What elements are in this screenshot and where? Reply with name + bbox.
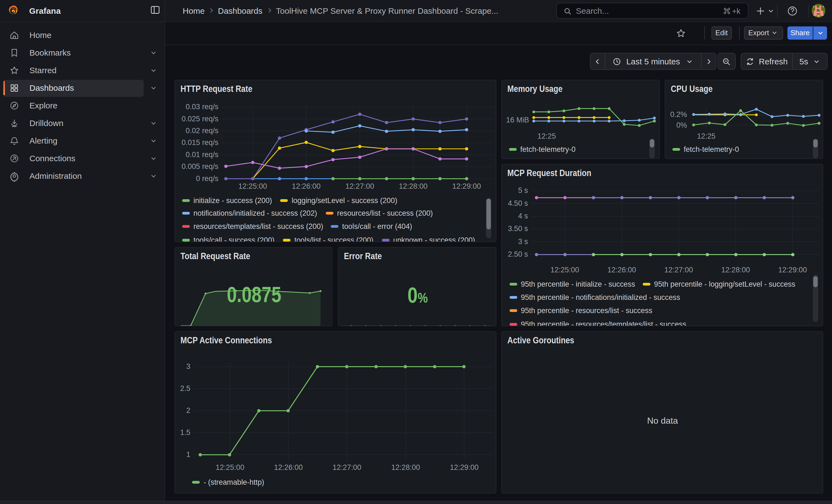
svg-text:0.2%: 0.2% [670, 110, 687, 118]
svg-text:12:26:00: 12:26:00 [607, 265, 636, 274]
svg-text:5 s: 5 s [518, 186, 528, 194]
svg-text:12:25:00: 12:25:00 [215, 463, 244, 471]
svg-text:12:28:00: 12:28:00 [399, 182, 427, 190]
svg-text:12:29:00: 12:29:00 [452, 182, 480, 190]
svg-text:0.005 req/s: 0.005 req/s [181, 162, 218, 170]
svg-text:12:27:00: 12:27:00 [332, 463, 361, 471]
svg-text:12:27:00: 12:27:00 [345, 182, 374, 190]
svg-text:3 s: 3 s [518, 237, 528, 245]
svg-text:1: 1 [186, 450, 190, 458]
svg-text:12:25:00: 12:25:00 [238, 182, 267, 190]
svg-text:12:25:00: 12:25:00 [550, 265, 579, 274]
svg-text:0.03 req/s: 0.03 req/s [185, 103, 218, 111]
svg-text:12:28:00: 12:28:00 [391, 463, 420, 471]
svg-text:2.5: 2.5 [180, 384, 190, 392]
svg-text:0.025 req/s: 0.025 req/s [181, 115, 218, 123]
svg-text:12:25: 12:25 [537, 132, 555, 140]
svg-text:12:26:00: 12:26:00 [274, 463, 302, 471]
svg-text:3.50 s: 3.50 s [508, 224, 528, 233]
svg-text:12:28:00: 12:28:00 [721, 265, 750, 274]
svg-text:0.01 req/s: 0.01 req/s [185, 151, 218, 159]
svg-text:3: 3 [186, 362, 190, 370]
svg-text:16 MiB: 16 MiB [506, 116, 529, 124]
svg-text:0 req/s: 0 req/s [196, 175, 218, 183]
svg-text:4.50 s: 4.50 s [508, 199, 528, 207]
svg-text:2.50 s: 2.50 s [508, 250, 528, 258]
svg-text:0.02 req/s: 0.02 req/s [185, 127, 218, 135]
svg-text:12:27:00: 12:27:00 [664, 265, 693, 274]
svg-text:12:25: 12:25 [697, 132, 715, 140]
svg-text:2: 2 [186, 406, 190, 414]
svg-text:0.015 req/s: 0.015 req/s [181, 138, 218, 147]
svg-text:12:29:00: 12:29:00 [778, 265, 807, 274]
svg-text:0%: 0% [676, 121, 687, 129]
svg-text:1.5: 1.5 [180, 428, 190, 436]
svg-text:12:29:00: 12:29:00 [449, 463, 478, 471]
svg-text:4 s: 4 s [518, 212, 528, 220]
svg-text:12:26:00: 12:26:00 [292, 182, 320, 190]
